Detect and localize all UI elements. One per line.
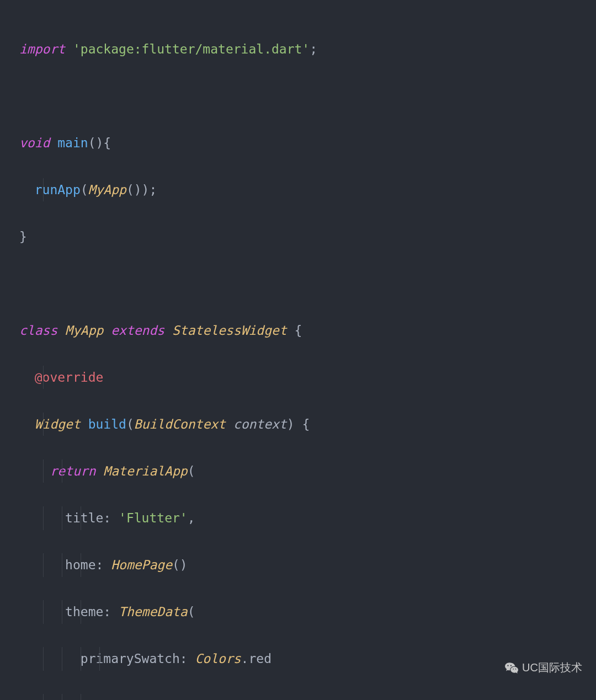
keyword-extends: extends — [111, 323, 164, 338]
function-call: runApp — [35, 183, 81, 197]
keyword-return: return — [50, 464, 95, 478]
annotation: override — [42, 370, 104, 384]
code-line: } — [19, 225, 588, 249]
code-line: import 'package:flutter/material.dart'; — [19, 38, 588, 61]
class-ref: ThemeData — [119, 605, 188, 619]
type-ref: Widget — [35, 417, 81, 431]
class-ref: Colors — [195, 651, 241, 666]
keyword-import: import — [19, 42, 65, 56]
class-ref: HomePage — [111, 558, 172, 572]
code-line: runApp(MyApp()); — [19, 178, 588, 202]
class-name: MyApp — [65, 323, 103, 338]
named-param: primarySwatch — [81, 651, 180, 666]
class-ref: StatelessWidget — [172, 323, 287, 338]
wechat-icon — [504, 661, 519, 675]
annotation-at: @ — [35, 370, 42, 384]
code-line: theme: ThemeData( — [19, 600, 588, 624]
code-line: void main(){ — [19, 131, 588, 155]
code-line: return MaterialApp( — [19, 459, 588, 483]
watermark-text: UC国际技术 — [522, 658, 582, 678]
code-editor: import 'package:flutter/material.dart'; … — [0, 0, 596, 700]
method-name: build — [88, 417, 126, 431]
class-ref: MyApp — [88, 183, 126, 197]
watermark: UC国际技术 — [504, 658, 582, 678]
string-literal: 'package:flutter/material.dart' — [73, 42, 310, 56]
code-line: @override — [19, 366, 588, 389]
param: context — [226, 417, 287, 431]
code-line: title: 'Flutter', — [19, 506, 588, 530]
type-ref: BuildContext — [134, 417, 226, 431]
string-literal: 'Flutter' — [119, 511, 188, 525]
code-line: home: HomePage() — [19, 553, 588, 577]
keyword-class: class — [19, 323, 57, 338]
property: red — [248, 651, 272, 666]
code-line: primarySwatch: Colors.red — [19, 647, 588, 671]
named-param: theme — [65, 605, 103, 619]
named-param: title — [65, 511, 103, 525]
code-line: ), — [19, 694, 588, 700]
keyword-void: void — [19, 136, 50, 150]
code-line: Widget build(BuildContext context) { — [19, 413, 588, 436]
code-line-empty — [19, 272, 588, 296]
function-main: main — [57, 136, 88, 150]
code-line-empty — [19, 84, 588, 108]
class-ref: MaterialApp — [103, 464, 187, 478]
code-line: class MyApp extends StatelessWidget { — [19, 319, 588, 343]
